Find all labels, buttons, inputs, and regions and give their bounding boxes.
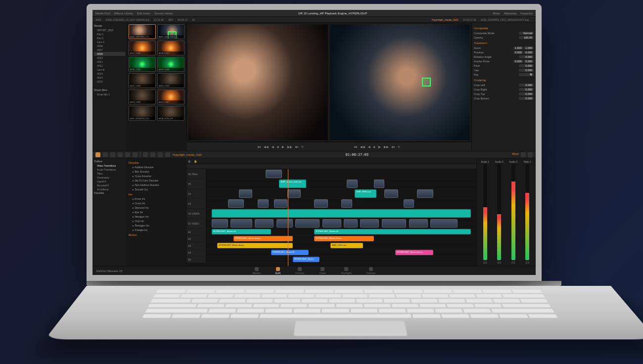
timeline-clip[interactable]	[344, 219, 357, 228]
timeline-clip[interactable]	[430, 219, 458, 228]
channel-fader-value[interactable]: 0.0	[511, 261, 515, 264]
track-lane[interactable]: HYPERLIGHT_Master-A.wavA305_C022.wav	[206, 242, 476, 249]
channel-fader-value[interactable]: 0.0	[498, 261, 501, 264]
timeline-ruler[interactable]	[186, 164, 476, 169]
next-clip-button-2[interactable]: ⏭	[392, 145, 395, 148]
page-media[interactable]: Media	[252, 267, 260, 274]
play-button-2[interactable]: ▶	[378, 145, 381, 148]
timeline-clip[interactable]	[404, 199, 414, 208]
timeline-clip[interactable]	[341, 199, 352, 208]
channel-fader-value[interactable]: 0.0	[483, 261, 487, 264]
bin-a013[interactable]: A013	[94, 72, 125, 76]
fx-triangle-iris[interactable]: ▸ Triangle Iris	[129, 228, 184, 232]
track-lane[interactable]: HYPERLIGHT_Master-BHYPERLIGHT_Master-A.w…	[206, 249, 476, 256]
track-header[interactable]: A1	[186, 228, 206, 235]
track-header[interactable]: A3	[186, 242, 206, 249]
timeline-clip[interactable]	[360, 219, 379, 228]
yaw-value[interactable]: 0.000	[519, 69, 534, 72]
crop-bottom-value[interactable]: 0.000	[519, 97, 534, 100]
fx-cross-dissolve[interactable]: ▸ Cross Dissolve	[129, 174, 184, 178]
timeline-clip[interactable]: A305_C022.wav	[330, 243, 363, 248]
topbar-sound-library[interactable]: Sound Library	[154, 12, 173, 15]
timeline-clip[interactable]	[230, 219, 252, 228]
fx-additive-dissolve[interactable]: ▸ Additive Dissolve	[129, 165, 184, 169]
bin-a009[interactable]: A009	[94, 52, 125, 56]
marker-tool[interactable]	[165, 152, 170, 157]
timeline-clip[interactable]	[417, 189, 433, 198]
pos-y-value[interactable]: 0.000	[524, 51, 534, 54]
playhead[interactable]	[288, 169, 288, 266]
bin-a007[interactable]: A007	[94, 48, 125, 52]
pos-x-value[interactable]: 0.000	[513, 51, 523, 54]
page-color[interactable]: Color	[319, 267, 326, 274]
opacity-value[interactable]: 100.00	[519, 36, 534, 39]
fx-arrow-iris[interactable]: ▸ Arrow Iris	[129, 196, 184, 201]
track-header[interactable]: V4	[186, 189, 206, 198]
anchor-y-value[interactable]: 0.000	[524, 60, 534, 63]
timeline-clip[interactable]	[255, 219, 274, 228]
loop-button[interactable]: ↻	[301, 145, 304, 148]
fx-pentagon-iris[interactable]: ▸ Pentagon Iris	[129, 223, 184, 228]
track-lane[interactable]: HYPERLIGHT_Master	[206, 256, 476, 263]
clip-thumbnail[interactable]: A009_01022655_C0...	[129, 24, 156, 39]
timeline-clip[interactable]: HYPERLIGHT_Master-B.wav	[314, 236, 373, 241]
stop-button[interactable]: ■	[277, 145, 279, 148]
bin-day-1[interactable]: Day 1	[94, 32, 125, 36]
track-lane[interactable]	[206, 169, 476, 179]
clip-thumbnail[interactable]: A321_C009	[129, 73, 156, 88]
trim-tool[interactable]	[103, 152, 108, 157]
mixer-channel-audio-3[interactable]: Audio 30.0	[507, 160, 520, 264]
prev-clip-button-2[interactable]: ⏮	[354, 145, 357, 148]
bin-day-2[interactable]: Day 2	[94, 36, 125, 40]
bin-cam-a[interactable]: Cam A	[94, 40, 125, 44]
track-header[interactable]: A4	[186, 249, 206, 256]
timeline-clip[interactable]: HYPERLIGHT_Master-A.wav	[217, 243, 293, 248]
page-fusion[interactable]: Fusion	[295, 267, 304, 274]
clip-thumbnail[interactable]: A317_07262217_C0...	[129, 106, 156, 121]
snap-toggle[interactable]	[143, 152, 148, 157]
zoom-x-value[interactable]: 1.000	[513, 46, 523, 49]
timeline-clip[interactable]	[276, 219, 293, 228]
crop-left-value[interactable]: 0.000	[519, 84, 534, 87]
bin-a011[interactable]: A011	[94, 60, 125, 64]
fxlib-titles[interactable]: Titles	[94, 172, 125, 176]
timeline-clip[interactable]: HYPERLIGHT_Master-B	[271, 250, 309, 255]
fx-non-additive-dissolve[interactable]: ▸ Non-Additive Dissolve	[129, 182, 184, 187]
timeline-view-options[interactable]	[521, 152, 526, 157]
topbar-effects-library[interactable]: Effects Library	[114, 12, 133, 15]
timeline-clip[interactable]	[266, 170, 282, 178]
timeline-clip[interactable]	[314, 199, 327, 208]
track-header[interactable]: V1 VIDEO	[186, 219, 206, 228]
fxlib-video-transitions[interactable]: Video Transitions	[94, 164, 125, 168]
mixer-channel-audio-1[interactable]: Audio 10.0	[479, 160, 492, 264]
pitch-value[interactable]: 0.000	[519, 64, 534, 67]
track-lane[interactable]: HYPERLIGHT_Master-A.wavHYPERLIGHT_Master…	[206, 235, 476, 242]
track-lane[interactable]	[206, 199, 476, 208]
track-lane[interactable]	[206, 209, 476, 218]
timeline-clip[interactable]: HYPERLIGHT_Master-alt	[314, 229, 471, 234]
page-fairlight[interactable]: Fairlight	[341, 267, 352, 274]
page-edit[interactable]: Edit	[276, 267, 280, 274]
rotation-value[interactable]: 0.000	[519, 55, 534, 58]
fx-oval-iris[interactable]: ▸ Oval Iris	[129, 219, 184, 223]
replace-tool[interactable]	[133, 152, 138, 157]
step-back-button[interactable]: ◀◀	[264, 145, 269, 148]
bin-cam-b[interactable]: Cam B	[94, 68, 125, 72]
stop-button-2[interactable]: ■	[373, 145, 375, 148]
timeline-clip[interactable]: SHIP_Trans1_9m3.mov	[279, 180, 306, 188]
timeline-panel[interactable]: ◧ 🔒 V6 TitlesV5SHIP_Trans1_9m3.movV4SHIP…	[186, 158, 476, 266]
bin-import_0815[interactable]: IMPORT_0815	[94, 28, 125, 32]
timeline-clip[interactable]	[228, 199, 244, 208]
composite-mode-value[interactable]: Normal	[519, 32, 534, 35]
play-button[interactable]: ▶	[282, 145, 284, 148]
step-back-button-2[interactable]: ◀◀	[360, 145, 365, 148]
insert-tool[interactable]	[118, 152, 123, 157]
timeline-clip[interactable]: SHIP_SPIN.mov	[355, 189, 376, 198]
master-timecode[interactable]: 01:00:27:09	[346, 153, 368, 157]
topbar-inspector[interactable]: Inspector	[520, 12, 533, 15]
link-toggle[interactable]	[150, 152, 155, 157]
fx-blur-dissolve[interactable]: ▸ Blur Dissolve	[129, 169, 184, 174]
timeline-clip[interactable]	[409, 219, 428, 228]
timeline-clip[interactable]	[295, 219, 320, 228]
source-viewer[interactable]	[187, 24, 328, 141]
